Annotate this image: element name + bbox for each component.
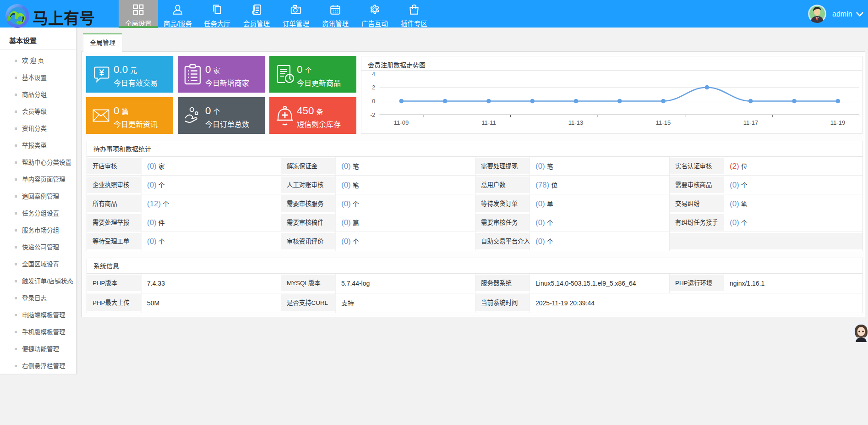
- svg-text:2: 2: [372, 84, 375, 91]
- svg-text:11-19: 11-19: [830, 119, 845, 126]
- svg-text:0: 0: [372, 98, 375, 105]
- svg-text:11-11: 11-11: [481, 119, 496, 126]
- svg-text:-2: -2: [370, 112, 375, 118]
- svg-text:11-17: 11-17: [743, 119, 758, 126]
- svg-text:会员注册数据走势图: 会员注册数据走势图: [368, 61, 426, 69]
- svg-text:11-15: 11-15: [656, 119, 671, 126]
- svg-text:11-09: 11-09: [394, 119, 409, 126]
- svg-text:4: 4: [372, 71, 375, 77]
- svg-text:11-13: 11-13: [568, 119, 583, 126]
